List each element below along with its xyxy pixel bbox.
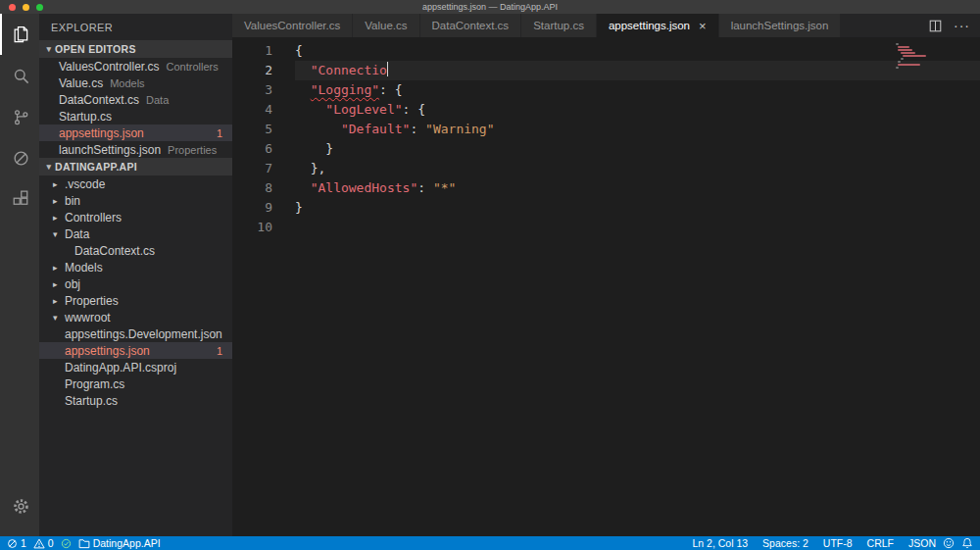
tab-launchSettings.json[interactable]: launchSettings.json [719, 14, 842, 37]
open-editor-item[interactable]: Value.csModels [39, 75, 232, 91]
code-line[interactable]: } [295, 139, 980, 159]
code-editor[interactable]: 12345678910 { "Connectio "Logging": { "L… [232, 37, 980, 536]
tree-folder[interactable]: ▸obj [39, 275, 232, 292]
json-punctuation [295, 102, 325, 117]
tab-DataContext.cs[interactable]: DataContext.cs [420, 14, 522, 37]
problems-indicator[interactable]: 1 0 [7, 537, 54, 549]
project-indicator[interactable]: DatingApp.API [78, 537, 161, 549]
problem-badge: 1 [217, 345, 228, 357]
tab-label: ValuesController.cs [244, 20, 340, 31]
status-item[interactable]: CRLF [867, 537, 894, 549]
debug-icon[interactable] [0, 137, 39, 178]
json-punctuation [295, 180, 311, 195]
tree-file[interactable]: DatingApp.API.csproj [39, 359, 232, 375]
json-key: "Logging" [311, 82, 379, 97]
open-editors-header[interactable]: ▾ OPEN EDITORS [39, 40, 232, 58]
json-key: "Default" [341, 122, 410, 136]
code-line[interactable] [295, 218, 980, 237]
more-actions-icon[interactable]: ··· [954, 18, 970, 33]
text-cursor [387, 62, 389, 76]
chevron-right-icon: ▸ [53, 296, 65, 306]
file-name: bin [65, 194, 80, 208]
file-tree: ▸.vscode▸bin▸Controllers▾DataDataContext… [39, 175, 232, 409]
tree-file[interactable]: Program.cs [39, 375, 232, 392]
status-item[interactable]: Spaces: 2 [762, 537, 808, 549]
close-tab-icon[interactable]: × [699, 20, 707, 32]
window-controls [9, 4, 43, 11]
file-name: appsettings.json [59, 126, 144, 140]
file-name: wwwroot [65, 311, 111, 325]
status-item[interactable]: Ln 2, Col 13 [692, 537, 748, 549]
code-line[interactable]: { [295, 41, 980, 61]
tree-folder[interactable]: ▾Data [39, 225, 232, 242]
code-line[interactable]: }, [295, 159, 980, 178]
open-editor-item[interactable]: appsettings.json1 [39, 125, 232, 141]
code-line[interactable]: "LogLevel": { [295, 100, 980, 120]
check-status[interactable] [61, 538, 72, 549]
explorer-icon[interactable] [0, 14, 39, 55]
tab-label: launchSettings.json [731, 20, 829, 31]
open-editors-label: OPEN EDITORS [55, 43, 136, 55]
file-detail: Models [110, 77, 144, 89]
code-line[interactable]: } [295, 198, 980, 218]
file-name: appsettings.Development.json [65, 327, 222, 341]
activity-bar [0, 14, 39, 536]
problem-badge: 1 [217, 127, 228, 139]
file-name: .vscode [65, 177, 105, 191]
status-item[interactable]: JSON [908, 537, 936, 549]
tree-file[interactable]: appsettings.Development.json [39, 325, 232, 342]
code-line[interactable]: "Connectio [295, 61, 980, 80]
tab-Startup.cs[interactable]: Startup.cs [521, 14, 597, 37]
feedback-smiley[interactable] [943, 537, 955, 549]
search-icon[interactable] [0, 55, 39, 96]
check-status-icon [61, 538, 72, 549]
tree-folder[interactable]: ▸Properties [39, 292, 232, 309]
tree-folder[interactable]: ▸Models [39, 259, 232, 275]
tab-label: DataContext.cs [432, 20, 510, 31]
open-editor-item[interactable]: launchSettings.jsonProperties [39, 141, 232, 158]
tab-ValuesController.cs[interactable]: ValuesController.cs [232, 14, 353, 37]
file-name: obj [65, 277, 80, 291]
chevron-right-icon: ▸ [53, 196, 65, 206]
error-count: 1 [21, 537, 26, 549]
open-editor-item[interactable]: ValuesController.csControllers [39, 58, 232, 75]
chevron-down-icon: ▾ [53, 313, 65, 323]
open-editor-item[interactable]: DataContext.csData [39, 91, 232, 108]
notifications-bell[interactable] [961, 537, 973, 549]
json-punctuation: : [417, 180, 433, 195]
tree-folder[interactable]: ▸Controllers [39, 209, 232, 225]
tab-appsettings.json[interactable]: appsettings.json× [597, 14, 719, 37]
line-numbers: 12345678910 [232, 37, 289, 536]
tab-Value.cs[interactable]: Value.cs [353, 14, 419, 37]
tree-folder[interactable]: ▸.vscode [39, 175, 232, 192]
minimize-window-button[interactable] [23, 4, 29, 11]
settings-gear-icon[interactable] [0, 485, 39, 526]
warning-count: 0 [48, 537, 54, 549]
file-name: DataContext.cs [59, 93, 139, 107]
tab-bar: ValuesController.csValue.csDataContext.c… [232, 14, 980, 37]
explorer-sidebar: EXPLORER ▾ OPEN EDITORS ValuesController… [39, 14, 232, 536]
close-window-button[interactable] [9, 4, 16, 11]
split-editor-icon[interactable] [929, 20, 942, 32]
tab-label: appsettings.json [609, 20, 690, 31]
code-line[interactable]: "Logging": { [295, 80, 980, 100]
minimap[interactable] [896, 43, 964, 73]
editor-actions: ··· [929, 14, 980, 37]
tree-folder[interactable]: ▸bin [39, 192, 232, 209]
extensions-icon[interactable] [0, 178, 39, 220]
project-header[interactable]: ▾ DATINGAPP.API [39, 158, 232, 175]
status-item[interactable]: UTF-8 [823, 537, 853, 549]
code-line[interactable]: "AllowedHosts": "*" [295, 178, 980, 198]
open-editor-item[interactable]: Startup.cs [39, 108, 232, 125]
code-line[interactable]: "Default": "Warning" [295, 120, 980, 139]
tree-file[interactable]: DataContext.cs [39, 242, 232, 259]
file-name: DatingApp.API.csproj [65, 361, 176, 375]
tree-file[interactable]: appsettings.json1 [39, 342, 232, 359]
zoom-window-button[interactable] [36, 4, 43, 11]
tree-folder[interactable]: ▾wwwroot [39, 309, 232, 325]
tree-file[interactable]: Startup.cs [39, 392, 232, 409]
code-content[interactable]: { "Connectio "Logging": { "LogLevel": { … [289, 37, 980, 536]
json-punctuation: : [410, 122, 425, 136]
source-control-icon[interactable] [0, 96, 39, 137]
file-name: Value.cs [59, 76, 103, 90]
